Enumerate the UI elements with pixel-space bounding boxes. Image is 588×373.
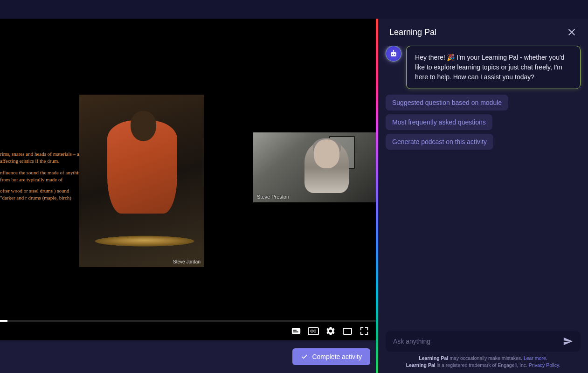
learn-more-link[interactable]: Lear more (524, 355, 546, 361)
chat-header: Learning Pal (378, 19, 588, 46)
chat-title: Learning Pal (389, 28, 436, 37)
slide-text: rims, snares and heads of materials – al… (0, 151, 84, 206)
transcript-icon[interactable] (291, 326, 301, 336)
disclaimer-brand: Learning Pal (406, 362, 436, 368)
svg-point-7 (394, 54, 395, 55)
slide-line: rims, snares and heads of materials – al… (0, 151, 84, 165)
captions-icon[interactable]: CC (308, 327, 319, 335)
svg-point-9 (393, 50, 394, 51)
drummer-caption: Steve Jordan (173, 259, 201, 264)
chat-disclaimer: Learning Pal may occasionally make mista… (386, 355, 581, 370)
privacy-policy-link[interactable]: Privacy Policy (529, 362, 559, 368)
chat-body: Hey there! 🎉 I'm your Learning Pal - whe… (378, 46, 588, 326)
complete-activity-button[interactable]: Complete activity (292, 348, 370, 365)
svg-point-6 (392, 54, 393, 55)
svg-rect-2 (293, 332, 298, 332)
chat-panel: Learning Pal Hey there! 🎉 I'm your Learn… (378, 19, 588, 373)
main-container: rims, snares and heads of materials – al… (0, 19, 588, 373)
below-video-bar: Complete activity (0, 340, 376, 373)
bot-avatar-icon (386, 46, 401, 62)
chat-input-container (386, 331, 581, 352)
slide-line: nfluence the sound the made of anything … (0, 169, 84, 183)
miniplayer-icon[interactable] (342, 326, 353, 336)
settings-gear-icon[interactable] (325, 326, 336, 336)
close-icon[interactable] (567, 27, 577, 37)
webcam-caption: Steve Preston (257, 194, 289, 200)
video-controls: CC (0, 322, 376, 340)
bot-message-row: Hey there! 🎉 I'm your Learning Pal - whe… (386, 46, 581, 89)
bot-greeting-message: Hey there! 🎉 I'm your Learning Pal - whe… (406, 46, 581, 89)
drummer-image: Steve Jordan (79, 95, 204, 267)
svg-rect-5 (391, 52, 396, 56)
video-area: rims, snares and heads of materials – al… (0, 19, 376, 373)
lecture-slide: rims, snares and heads of materials – al… (0, 41, 252, 244)
disclaimer-text: may occasionally make mistakes. (448, 355, 524, 361)
chat-input[interactable] (393, 338, 563, 345)
top-bar (0, 0, 588, 19)
check-icon (301, 353, 308, 360)
suggestion-generate-podcast[interactable]: Generate podcast on this activity (386, 134, 493, 150)
suggestion-module-question[interactable]: Suggested question based on module (386, 95, 508, 111)
send-icon[interactable] (563, 336, 573, 346)
slide-line: ofter wood or steel drums ) sound "darke… (0, 187, 84, 201)
suggestion-faq[interactable]: Most frequently asked questions (386, 114, 492, 130)
suggestion-list: Suggested question based on module Most … (386, 95, 581, 150)
chat-footer: Learning Pal may occasionally make mista… (378, 326, 588, 373)
fullscreen-icon[interactable] (359, 326, 369, 336)
complete-button-label: Complete activity (312, 353, 362, 360)
video-player[interactable]: rims, snares and heads of materials – al… (0, 19, 376, 340)
disclaimer-text: is a registered trademark of Engageli, I… (436, 362, 529, 368)
svg-rect-1 (293, 330, 297, 331)
svg-rect-0 (292, 328, 300, 334)
presenter-webcam: Steve Preston (253, 132, 376, 202)
disclaimer-brand: Learning Pal (419, 355, 448, 361)
